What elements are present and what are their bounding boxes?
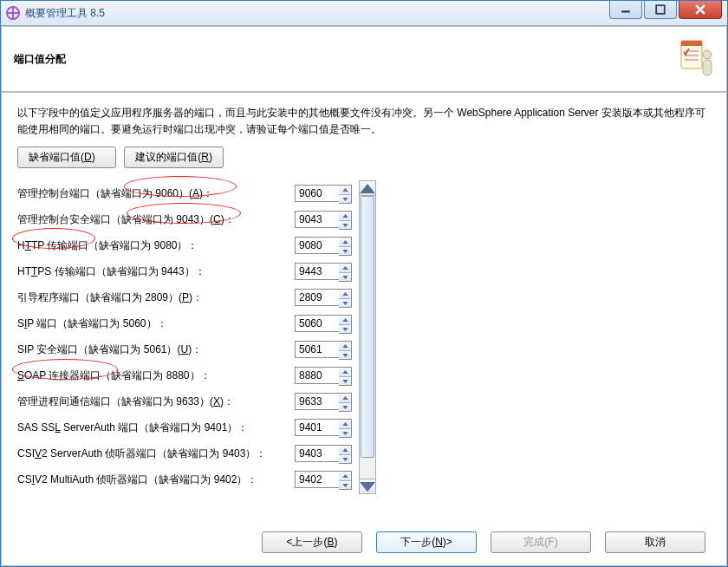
port-spinner xyxy=(295,341,352,358)
port-label: SIP 端口（缺省端口为 5060）： xyxy=(17,316,167,331)
svg-marker-18 xyxy=(342,276,348,279)
port-input-row xyxy=(295,206,355,232)
titlebar: 概要管理工具 8.5 xyxy=(1,1,727,26)
port-input-row xyxy=(295,310,355,336)
port-label-row: HTTPS 传输端口（缺省端口为 9443）： xyxy=(17,258,295,284)
spin-down-icon[interactable] xyxy=(339,455,351,464)
maximize-button[interactable] xyxy=(644,1,677,19)
svg-marker-20 xyxy=(342,302,348,305)
svg-marker-15 xyxy=(342,240,348,244)
svg-rect-10 xyxy=(703,60,712,75)
spin-down-icon[interactable] xyxy=(339,325,351,334)
port-spinner xyxy=(295,419,352,436)
spin-down-icon[interactable] xyxy=(339,221,351,230)
default-ports-button[interactable]: 缺省端口值(D) xyxy=(17,147,116,168)
ports-scrollbar[interactable] xyxy=(359,180,376,494)
svg-marker-27 xyxy=(342,396,348,400)
svg-marker-30 xyxy=(342,432,348,435)
spin-down-icon[interactable] xyxy=(339,377,351,386)
port-input-row xyxy=(295,258,355,284)
svg-marker-13 xyxy=(342,214,348,218)
port-label: CSIV2 MultiAuth 侦听器端口（缺省端口为 9402）： xyxy=(17,472,257,487)
wizard-icon xyxy=(679,37,714,81)
next-button[interactable]: 下一步(N)> xyxy=(376,531,477,553)
port-spinner xyxy=(295,289,352,306)
svg-marker-32 xyxy=(342,458,348,461)
port-label: SOAP 连接器端口（缺省端口为 8880）： xyxy=(17,368,211,383)
port-label: 管理控制台端口（缺省端口为 9060）(A)： xyxy=(17,186,213,201)
port-input-row xyxy=(295,388,355,414)
port-label-row: HTTP 传输端口（缺省端口为 9080）： xyxy=(17,232,295,258)
port-input-row xyxy=(295,284,355,310)
spin-down-icon[interactable] xyxy=(339,351,351,360)
recommended-ports-button[interactable]: 建议的端口值(R) xyxy=(124,147,224,168)
svg-marker-33 xyxy=(342,474,348,478)
port-input-row xyxy=(295,414,355,440)
svg-marker-12 xyxy=(342,198,348,201)
close-button[interactable] xyxy=(679,1,722,19)
spin-down-icon[interactable] xyxy=(339,299,351,308)
page-header: 端口值分配 xyxy=(1,26,727,92)
spin-up-icon[interactable] xyxy=(339,420,351,429)
spin-down-icon[interactable] xyxy=(339,429,351,438)
scroll-up-icon[interactable] xyxy=(360,181,375,196)
port-label-row: SIP 端口（缺省端口为 5060）： xyxy=(17,310,295,336)
spin-up-icon[interactable] xyxy=(339,186,351,195)
spin-up-icon[interactable] xyxy=(339,472,351,481)
svg-marker-36 xyxy=(360,482,375,492)
ports-area: 管理控制台端口（缺省端口为 9060）(A)：管理控制台安全端口（缺省端口为 9… xyxy=(17,180,711,494)
port-label-row: CSIV2 ServerAuth 侦听器端口（缺省端口为 9403）： xyxy=(17,440,295,466)
port-label: 管理控制台安全端口（缺省端口为 9043）(C)： xyxy=(17,212,235,227)
port-label-row: 管理控制台端口（缺省端口为 9060）(A)： xyxy=(17,180,295,206)
spin-up-icon[interactable] xyxy=(339,316,351,325)
scroll-down-icon[interactable] xyxy=(360,479,375,493)
port-label: SAS SSL ServerAuth 端口（缺省端口为 9401）： xyxy=(17,420,248,435)
port-input-row xyxy=(295,362,355,388)
spin-up-icon[interactable] xyxy=(339,212,351,221)
spin-up-icon[interactable] xyxy=(339,342,351,351)
scroll-thumb[interactable] xyxy=(361,196,374,458)
minimize-button[interactable] xyxy=(609,1,642,19)
svg-marker-21 xyxy=(342,318,348,322)
spin-up-icon[interactable] xyxy=(339,238,351,247)
svg-marker-14 xyxy=(342,224,348,227)
cancel-button[interactable]: 取消 xyxy=(605,531,705,553)
spin-up-icon[interactable] xyxy=(339,264,351,273)
port-buttons-row: 缺省端口值(D) 建议的端口值(R) xyxy=(17,147,711,168)
svg-marker-17 xyxy=(342,266,348,270)
port-label: 管理进程间通信端口（缺省端口为 9633）(X)： xyxy=(17,394,234,409)
svg-rect-1 xyxy=(656,5,665,14)
back-button[interactable]: <上一步(B) xyxy=(262,531,362,553)
port-spinner xyxy=(295,211,352,228)
svg-rect-5 xyxy=(681,41,702,46)
window-title: 概要管理工具 8.5 xyxy=(25,6,105,21)
port-label-row: 管理进程间通信端口（缺省端口为 9633）(X)： xyxy=(17,388,295,414)
svg-marker-24 xyxy=(342,354,348,357)
spin-down-icon[interactable] xyxy=(339,195,351,204)
spin-up-icon[interactable] xyxy=(339,368,351,377)
port-label-row: SAS SSL ServerAuth 端口（缺省端口为 9401）： xyxy=(17,414,295,440)
port-label: SIP 安全端口（缺省端口为 5061）(U)： xyxy=(17,342,202,357)
svg-marker-31 xyxy=(342,448,348,452)
svg-marker-29 xyxy=(342,422,348,426)
port-label: CSIV2 ServerAuth 侦听器端口（缺省端口为 9403）： xyxy=(17,446,266,461)
port-label: HTTP 传输端口（缺省端口为 9080）： xyxy=(17,238,198,253)
main-panel: 以下字段中的值定义应用程序服务器的端口，而且与此安装中的其他概要文件没有冲突。另… xyxy=(1,92,727,566)
svg-marker-11 xyxy=(342,188,348,192)
spin-up-icon[interactable] xyxy=(339,290,351,299)
spin-up-icon[interactable] xyxy=(339,446,351,455)
spin-up-icon[interactable] xyxy=(339,394,351,403)
port-label: 引导程序端口（缺省端口为 2809）(P)： xyxy=(17,290,203,305)
spin-down-icon[interactable] xyxy=(339,247,351,256)
window-controls xyxy=(609,1,727,25)
svg-marker-25 xyxy=(342,370,348,374)
page-title: 端口值分配 xyxy=(14,52,66,67)
port-spinner xyxy=(295,393,352,410)
svg-marker-22 xyxy=(342,328,348,331)
finish-button: 完成(F) xyxy=(491,531,591,553)
spin-down-icon[interactable] xyxy=(339,273,351,282)
app-icon xyxy=(6,6,20,20)
port-spinner xyxy=(295,237,352,254)
spin-down-icon[interactable] xyxy=(339,481,351,490)
spin-down-icon[interactable] xyxy=(339,403,351,412)
